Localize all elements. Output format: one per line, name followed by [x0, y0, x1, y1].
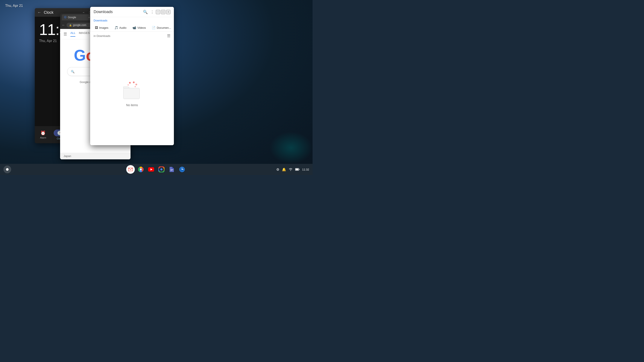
alarm-icon: ⏰: [40, 130, 46, 136]
filter-tab-documents[interactable]: 📄 Documen...: [149, 24, 174, 31]
taskbar-files[interactable]: [168, 165, 176, 174]
downloads-close-button[interactable]: ×: [166, 10, 170, 14]
svg-point-3: [129, 82, 131, 84]
svg-point-21: [182, 169, 182, 170]
downloads-minimize-button[interactable]: −: [156, 10, 160, 14]
search-icon: 🔍: [71, 70, 74, 73]
svg-rect-24: [299, 169, 300, 170]
filter-tab-videos-label: Videos: [138, 26, 146, 29]
downloads-maximize-button[interactable]: □: [161, 10, 165, 14]
browser-back-button[interactable]: ←: [62, 23, 65, 27]
taskbar-photos[interactable]: [157, 165, 166, 174]
clock-app-icon: [179, 166, 185, 172]
downloads-location: in Downloads: [94, 34, 110, 37]
taskbar-gmail[interactable]: [126, 165, 135, 174]
downloads-titlebar: Downloads 🔍 ⋮ − □ ×: [90, 7, 174, 17]
images-icon: 🖼: [95, 26, 98, 29]
filter-tab-videos[interactable]: 📹 Videos: [130, 24, 149, 31]
breadcrumb-downloads-link[interactable]: Downloads: [94, 19, 107, 22]
svg-rect-16: [170, 170, 172, 171]
files-icon: [169, 166, 174, 172]
downloads-window-controls: − □ ×: [156, 10, 170, 14]
tab-close-button[interactable]: ×: [88, 16, 90, 19]
url-text: google.com: [73, 23, 86, 26]
svg-rect-8: [124, 88, 140, 99]
svg-point-14: [160, 168, 162, 170]
downloads-filter-tabs: 🖼 Images 🎵 Audio 📹 Videos 📄 Documen...: [90, 24, 174, 32]
taskbar-clock-app[interactable]: [178, 165, 186, 174]
filter-tab-documents-label: Documen...: [157, 26, 171, 29]
downloads-titlebar-icons: 🔍 ⋮: [143, 10, 154, 14]
filter-tab-images-label: Images: [99, 26, 108, 29]
taskbar-left: [4, 166, 11, 173]
alarm-label: Alarm: [40, 136, 46, 139]
svg-rect-15: [170, 169, 173, 170]
svg-point-7: [134, 86, 136, 87]
browser-tab-google[interactable]: G Google ×: [62, 14, 92, 20]
taskbar-chrome[interactable]: [136, 165, 145, 174]
system-tray: ⚙ 🔔 11:32: [276, 167, 309, 172]
launcher-icon: [6, 168, 8, 171]
list-view-button[interactable]: ☰: [167, 33, 170, 38]
more-menu-icon[interactable]: ⋮: [150, 10, 154, 14]
teal-decoration: [270, 132, 312, 164]
clock-app-title: Clock: [44, 10, 54, 15]
empty-state-text: No items: [126, 103, 138, 107]
downloads-empty-state: No items: [90, 40, 174, 145]
photos-icon: [158, 166, 164, 172]
tab-favicon: G: [64, 16, 66, 19]
svg-rect-25: [296, 169, 298, 170]
svg-point-11: [140, 169, 142, 170]
google-tab-all[interactable]: ALL: [70, 31, 75, 37]
lock-icon: 🔒: [69, 24, 72, 26]
google-nav-tabs: ALL IMAGES: [70, 31, 90, 37]
svg-point-6: [128, 84, 129, 86]
settings-icon[interactable]: ⚙: [276, 167, 279, 172]
clock-time: 11:32: [302, 168, 309, 171]
svg-point-5: [136, 84, 137, 85]
downloads-subheader: in Downloads ☰: [90, 32, 174, 40]
google-menu-icon[interactable]: ☰: [64, 32, 67, 36]
downloads-window: Downloads 🔍 ⋮ − □ × Downloads 🖼 Images: [90, 7, 174, 145]
filter-tab-audio[interactable]: 🎵 Audio: [112, 24, 130, 31]
notification-bell-icon[interactable]: 🔔: [282, 167, 286, 172]
svg-point-22: [290, 170, 291, 171]
google-country: Japan: [64, 154, 71, 158]
breadcrumb: Downloads: [90, 17, 174, 24]
clock-back-icon[interactable]: ←: [37, 10, 41, 15]
desktop-date: Thu, Apr 21: [5, 4, 23, 8]
wifi-icon: [289, 168, 292, 171]
tab-label: Google: [68, 16, 76, 19]
youtube-icon: [148, 167, 154, 172]
svg-point-4: [133, 81, 134, 83]
taskbar-youtube[interactable]: [147, 165, 156, 174]
empty-folder-svg: [121, 78, 143, 100]
search-icon[interactable]: 🔍: [143, 10, 148, 14]
svg-text:G: G: [65, 16, 66, 18]
downloads-body: Downloads 🖼 Images 🎵 Audio 📹 Videos 📄: [90, 17, 174, 145]
audio-icon: 🎵: [114, 26, 118, 29]
taskbar-app-icons: [126, 165, 186, 174]
launcher-button[interactable]: [4, 166, 11, 173]
empty-illustration: [121, 78, 143, 100]
document-icon: 📄: [152, 26, 156, 29]
video-icon: 📹: [132, 26, 136, 29]
clock-nav-alarm[interactable]: ⏰ Alarm: [35, 130, 52, 139]
filter-tab-audio-label: Audio: [119, 26, 126, 29]
google-tab-images[interactable]: IMAGES: [79, 31, 90, 37]
filter-tab-images[interactable]: 🖼 Images: [92, 24, 112, 31]
downloads-title: Downloads: [94, 10, 143, 14]
gmail-icon: [128, 167, 133, 171]
chrome-icon: [138, 166, 144, 172]
taskbar: ⚙ 🔔 11:32: [0, 164, 312, 175]
google-footer: Japan: [60, 153, 130, 159]
battery-icon: [295, 168, 300, 171]
desktop: Thu, Apr 21 ← Clock − □ × 11:32 AM Thu, …: [0, 0, 312, 175]
